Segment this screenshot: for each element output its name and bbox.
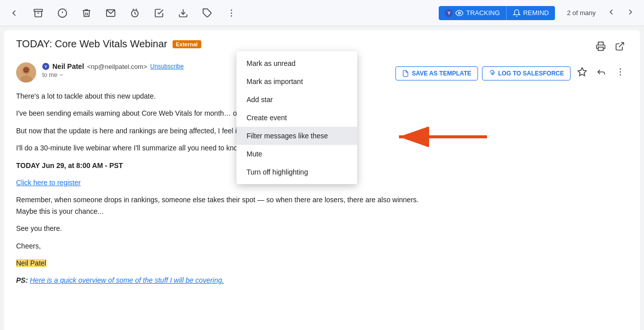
log-salesforce-button[interactable]: LOG TO SALESFORCE: [482, 66, 571, 80]
menu-item-turn-off-highlighting[interactable]: Turn off highlighting: [236, 163, 357, 181]
to-me-label: to me: [42, 71, 57, 78]
label-button[interactable]: [199, 5, 215, 21]
log-salesforce-label: LOG TO SALESFORCE: [498, 70, 564, 77]
tracking-button[interactable]: Y TRACKING: [439, 6, 506, 20]
svg-point-24: [620, 68, 621, 70]
svg-point-12: [231, 15, 232, 17]
svg-point-26: [620, 74, 621, 76]
archive-button[interactable]: [30, 5, 46, 21]
email-title-area: TODAY: Core Web Vitals Webinar External: [16, 38, 201, 50]
sender-name: Neil Patel: [52, 62, 84, 70]
body-cheers: Cheers,: [16, 240, 628, 252]
prev-email-button[interactable]: [604, 5, 619, 22]
neil-patel-highlighted: Neil Patel: [16, 259, 46, 267]
arrow-annotation: [394, 127, 490, 147]
ps-link[interactable]: Here is a quick overview of some of the …: [30, 276, 224, 284]
save-template-label: SAVE AS TEMPLATE: [412, 70, 471, 77]
email-action-buttons: SAVE AS TEMPLATE LOG TO SALESFORCE: [395, 62, 628, 82]
report-button[interactable]: [54, 5, 70, 21]
menu-item-mark-important[interactable]: Mark as important: [236, 72, 357, 91]
star-button[interactable]: [575, 64, 590, 82]
svg-line-7: [136, 9, 137, 10]
delete-button[interactable]: [78, 5, 95, 21]
menu-item-mute[interactable]: Mute: [236, 145, 357, 163]
remind-button[interactable]: REMIND: [506, 6, 555, 20]
menu-item-add-star[interactable]: Add star: [236, 91, 357, 109]
svg-rect-14: [598, 47, 603, 51]
svg-point-22: [491, 72, 493, 74]
email-content-area: TODAY: Core Web Vitals Webinar External: [4, 30, 640, 330]
menu-item-mark-unread[interactable]: Mark as unread: [236, 54, 357, 72]
toolbar-left: [6, 5, 239, 21]
download-button[interactable]: [175, 5, 191, 21]
sender-email: <np@neilpatel.com>: [87, 63, 147, 70]
svg-point-10: [231, 9, 232, 11]
toolbar-right: Y TRACKING REMIND 2 of many: [439, 5, 638, 22]
tracking-remind-group: Y TRACKING REMIND: [439, 6, 554, 20]
open-new-window-button[interactable]: [612, 38, 628, 54]
email-subject: TODAY: Core Web Vitals Webinar: [16, 38, 168, 50]
menu-item-create-event[interactable]: Create event: [236, 109, 357, 127]
email-button[interactable]: [103, 5, 119, 21]
back-button[interactable]: [6, 5, 22, 21]
external-badge: External: [173, 40, 201, 48]
body-ps: PS: Here is a quick overview of some of …: [16, 275, 628, 286]
email-header-actions: [593, 38, 628, 54]
print-button[interactable]: [593, 38, 609, 54]
remind-label: REMIND: [523, 9, 549, 17]
toolbar: Y TRACKING REMIND 2 of many: [0, 0, 644, 26]
avatar: [16, 62, 36, 82]
next-email-button[interactable]: [623, 5, 638, 22]
tracking-label: TRACKING: [466, 9, 500, 17]
reply-button[interactable]: [594, 64, 609, 82]
register-link[interactable]: Click here to register: [16, 179, 80, 187]
svg-rect-0: [34, 9, 43, 11]
body-rankings-line: Remember, when someone drops in rankings…: [16, 194, 628, 217]
body-see-you: See you there.: [16, 223, 628, 234]
sender-mixpanel-icon: Y: [42, 63, 49, 70]
svg-point-25: [620, 71, 621, 73]
svg-point-11: [231, 12, 232, 14]
body-neil-highlight: Neil Patel: [16, 258, 628, 269]
svg-marker-23: [578, 68, 587, 76]
nav-count: 2 of many: [567, 9, 596, 17]
snooze-button[interactable]: [127, 5, 143, 21]
svg-point-13: [458, 12, 460, 14]
more-button[interactable]: [223, 5, 239, 21]
svg-line-6: [133, 9, 134, 10]
email-more-button[interactable]: [613, 64, 628, 82]
menu-item-filter-messages[interactable]: Filter messages like these: [236, 127, 357, 145]
task-button[interactable]: [151, 5, 167, 21]
svg-line-15: [619, 43, 623, 47]
svg-point-20: [24, 69, 25, 70]
save-template-button[interactable]: SAVE AS TEMPLATE: [395, 66, 477, 80]
svg-point-21: [27, 69, 28, 70]
mixpanel-logo: Y: [445, 9, 453, 17]
dropdown-menu: Mark as unread Mark as important Add sta…: [236, 51, 357, 184]
unsubscribe-link[interactable]: Unsubscribe: [150, 63, 184, 70]
